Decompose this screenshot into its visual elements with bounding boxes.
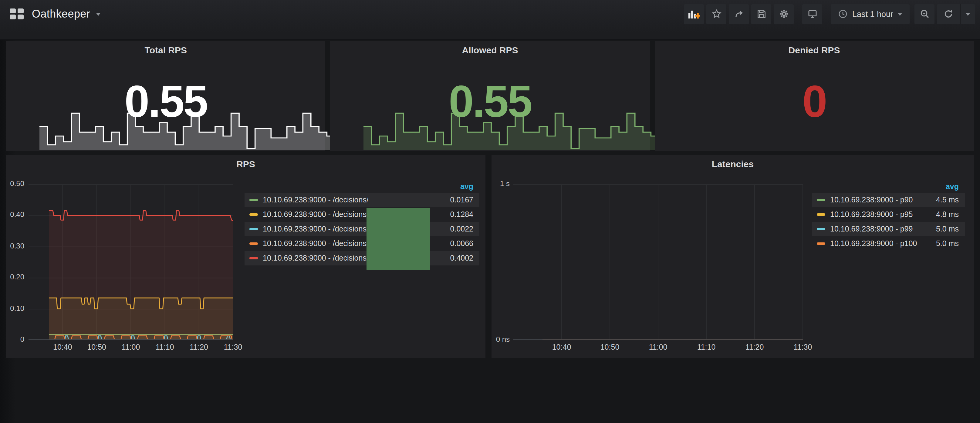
panel-title[interactable]: Allowed RPS bbox=[331, 45, 650, 55]
series-avg-value: 0.0022 bbox=[450, 225, 473, 233]
legend-row: 10.10.69.238:9000 - /decisions/0.1284 bbox=[245, 207, 479, 222]
series-avg-value: 0.1284 bbox=[450, 210, 473, 219]
series-label[interactable]: 10.10.69.238:9000 - /decisions/ bbox=[263, 225, 369, 233]
x-tick-label: 11:30 bbox=[794, 343, 812, 352]
legend-row: 10.10.69.238:9000 - /decisions/0.0066 bbox=[245, 236, 479, 251]
y-tick-label: 0.10 bbox=[6, 304, 24, 312]
y-tick-label: 0.50 bbox=[6, 179, 24, 188]
legend-row: 10.10.69.238:9000 - /decisions/0.0167 bbox=[245, 193, 479, 207]
latencies-graph[interactable] bbox=[513, 184, 803, 340]
legend-sort-avg[interactable]: avg bbox=[946, 182, 959, 191]
cycle-view-mode-button[interactable] bbox=[802, 4, 822, 24]
x-tick-label: 11:30 bbox=[224, 343, 242, 352]
legend-row: 10.10.69.238:9000 - /decisions/0.0022 bbox=[245, 222, 479, 236]
graph-legend: avg10.10.69.238:9000 - p904.5 ms10.10.69… bbox=[812, 181, 965, 251]
y-tick-label: 0.40 bbox=[6, 211, 24, 219]
apps-grid-icon[interactable] bbox=[10, 8, 23, 20]
x-tick-label: 11:00 bbox=[122, 343, 140, 352]
panel-title[interactable]: RPS bbox=[6, 159, 485, 169]
x-tick-label: 11:00 bbox=[649, 343, 668, 352]
share-arrow-icon bbox=[734, 9, 744, 19]
panel-allowed-rps: Allowed RPS 0.55 bbox=[331, 41, 650, 151]
star-icon bbox=[712, 9, 722, 19]
series-label[interactable]: 10.10.69.238:9000 - /decisions/ bbox=[263, 254, 369, 262]
series-color-swatch[interactable] bbox=[250, 213, 258, 216]
x-tick-label: 11:20 bbox=[189, 343, 208, 352]
panel-total-rps: Total RPS 0.55 bbox=[6, 41, 326, 151]
settings-button[interactable] bbox=[774, 4, 794, 24]
clock-icon bbox=[838, 9, 848, 19]
series-label[interactable]: 10.10.69.238:9000 - p100 bbox=[830, 239, 917, 248]
x-tick-label: 10:40 bbox=[552, 343, 571, 352]
stat-value: 0.55 bbox=[6, 75, 326, 128]
legend-row: 10.10.69.238:9000 - p904.5 ms bbox=[812, 193, 965, 207]
x-tick-label: 11:20 bbox=[746, 343, 764, 352]
series-label[interactable]: 10.10.69.238:9000 - p90 bbox=[830, 196, 913, 204]
series-color-swatch[interactable] bbox=[817, 242, 825, 245]
series-label[interactable]: 10.10.69.238:9000 - p99 bbox=[830, 225, 913, 233]
x-tick-label: 10:40 bbox=[53, 343, 72, 352]
stat-value: 0 bbox=[654, 75, 974, 128]
series-avg-value: 0.4002 bbox=[450, 254, 473, 262]
series-color-swatch[interactable] bbox=[250, 228, 258, 230]
series-avg-value: 5.0 ms bbox=[936, 225, 959, 233]
share-button[interactable] bbox=[729, 4, 749, 24]
rps-graph[interactable] bbox=[29, 184, 233, 340]
legend-row: 10.10.69.238:9000 - p954.8 ms bbox=[812, 207, 965, 222]
panel-title[interactable]: Total RPS bbox=[6, 45, 326, 55]
chevron-down-icon bbox=[966, 13, 970, 16]
dashboard-title-dropdown[interactable]: Oathkeeper bbox=[32, 8, 100, 20]
y-tick-label: 1 s bbox=[492, 179, 510, 188]
refresh-button[interactable] bbox=[937, 4, 960, 24]
stat-value: 0.55 bbox=[331, 75, 650, 128]
panel-latencies: Latencies avg10.10.69.238:9000 - p904.5 … bbox=[492, 155, 974, 358]
panel-denied-rps: Denied RPS 0 bbox=[654, 41, 974, 151]
refresh-button-group bbox=[937, 4, 975, 24]
dashboard-title: Oathkeeper bbox=[32, 8, 90, 20]
legend-sort-avg[interactable]: avg bbox=[460, 182, 473, 191]
chevron-down-icon bbox=[95, 13, 100, 16]
zoom-out-button[interactable] bbox=[915, 4, 934, 24]
legend-row: 10.10.69.238:9000 - p995.0 ms bbox=[812, 222, 965, 236]
legend-row: 10.10.69.238:9000 - /decisions/0.4002 bbox=[245, 251, 479, 265]
monitor-icon bbox=[808, 9, 818, 19]
dashboard-header: Oathkeeper bbox=[0, 0, 980, 40]
y-tick-label: 0 ns bbox=[492, 335, 510, 344]
refresh-interval-button[interactable] bbox=[960, 4, 975, 24]
search-minus-icon bbox=[920, 9, 929, 19]
panel-rps: RPS avg10.10.69.238:9000 - /decisions/0.… bbox=[6, 155, 485, 358]
x-tick-label: 10:50 bbox=[600, 343, 620, 352]
series-color-swatch[interactable] bbox=[817, 199, 825, 201]
x-tick-label: 10:50 bbox=[87, 343, 106, 352]
series-color-swatch[interactable] bbox=[250, 242, 258, 245]
time-range-picker[interactable]: Last 1 hour bbox=[831, 4, 910, 24]
panel-title[interactable]: Denied RPS bbox=[654, 45, 974, 55]
series-label[interactable]: 10.10.69.238:9000 - /decisions/ bbox=[263, 196, 369, 204]
series-color-swatch[interactable] bbox=[250, 257, 258, 259]
refresh-arrows-icon bbox=[943, 9, 953, 19]
gear-icon bbox=[779, 9, 789, 19]
series-color-swatch[interactable] bbox=[817, 213, 825, 216]
y-tick-label: 0.20 bbox=[6, 273, 24, 281]
star-button[interactable] bbox=[706, 4, 727, 24]
series-label[interactable]: 10.10.69.238:9000 - /decisions/ bbox=[263, 210, 369, 219]
dashboard-grid: Total RPS 0.55 Allowed RPS 0.55 Denied R… bbox=[0, 41, 980, 358]
add-panel-button[interactable] bbox=[684, 4, 704, 24]
series-avg-value: 4.5 ms bbox=[936, 196, 959, 204]
series-avg-value: 4.8 ms bbox=[936, 210, 959, 219]
series-label[interactable]: 10.10.69.238:9000 - p95 bbox=[830, 210, 913, 219]
bar-chart-plus-icon bbox=[689, 9, 700, 19]
save-button[interactable] bbox=[751, 4, 772, 24]
y-tick-label: 0.30 bbox=[6, 242, 24, 250]
chevron-down-icon bbox=[897, 13, 902, 16]
time-range-label: Last 1 hour bbox=[852, 10, 893, 19]
series-avg-value: 5.0 ms bbox=[936, 239, 959, 248]
series-color-swatch[interactable] bbox=[817, 228, 825, 230]
legend-row: 10.10.69.238:9000 - p1005.0 ms bbox=[812, 236, 965, 251]
series-color-swatch[interactable] bbox=[250, 199, 258, 201]
y-tick-label: 0 bbox=[6, 335, 24, 344]
panel-title[interactable]: Latencies bbox=[492, 159, 974, 169]
green-artifact-overlay bbox=[366, 208, 430, 270]
floppy-disk-icon bbox=[757, 9, 767, 19]
series-label[interactable]: 10.10.69.238:9000 - /decisions/ bbox=[263, 239, 369, 248]
